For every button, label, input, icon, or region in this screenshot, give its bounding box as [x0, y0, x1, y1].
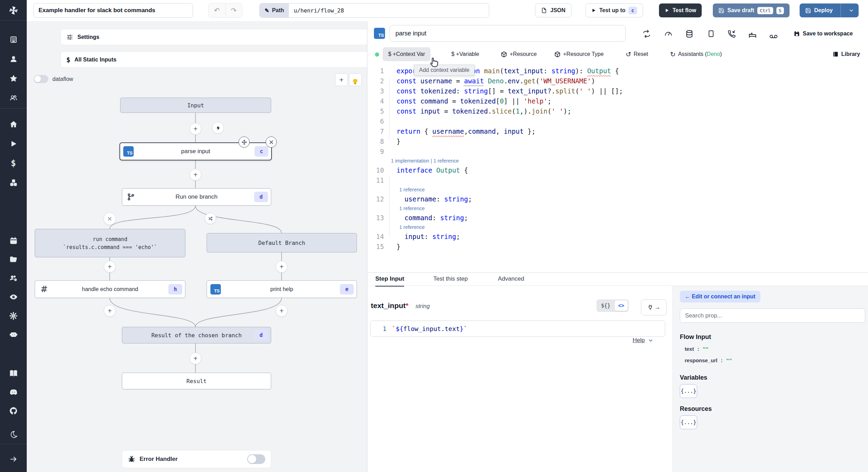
plug-icon: [647, 304, 653, 310]
variables-heading: Variables: [680, 374, 707, 381]
add-step-icon[interactable]: +: [276, 305, 287, 317]
sidebar-item-runs[interactable]: [0, 136, 27, 151]
deploy-dropdown-button[interactable]: [844, 8, 859, 13]
delete-step-icon[interactable]: [266, 136, 277, 148]
flow-title-input[interactable]: Example handler for slack bot commands: [33, 3, 193, 18]
error-handler-row[interactable]: Error Handler: [122, 450, 271, 468]
prop-row-response-url[interactable]: response_url : "": [685, 357, 732, 363]
kafka-icon[interactable]: [748, 31, 757, 39]
remove-branch-icon[interactable]: [103, 213, 116, 225]
error-handler-toggle[interactable]: [247, 454, 265, 464]
redo-button[interactable]: ↷: [226, 3, 242, 17]
field-name: text_input* string: [371, 301, 430, 310]
code-mode-option[interactable]: <>: [615, 300, 628, 311]
http-route-icon[interactable]: [707, 30, 715, 38]
flow-node-run-command-branch[interactable]: run command `results.c.command === 'echo…: [35, 229, 185, 257]
test-up-to-step-badge: c: [628, 7, 637, 14]
sidebar-item-settings[interactable]: [0, 308, 27, 323]
tab-advanced[interactable]: Advanced: [498, 272, 524, 285]
assistants-button[interactable]: ↻ Assistants (Deno): [670, 47, 722, 61]
deploy-button[interactable]: Deploy: [800, 3, 859, 17]
sidebar-item-schedules[interactable]: [0, 233, 27, 248]
sidebar-item-home[interactable]: [0, 117, 27, 132]
typescript-icon: TS: [210, 284, 221, 295]
move-step-icon[interactable]: [239, 136, 250, 148]
flow-node-run-one-branch[interactable]: Run one branch d: [122, 188, 271, 206]
sidebar-item-ai-assistant[interactable]: [0, 327, 27, 342]
add-step-icon[interactable]: +: [190, 353, 201, 364]
add-step-icon[interactable]: +: [104, 261, 116, 273]
library-button[interactable]: Library: [833, 47, 860, 61]
sidebar-item-favorites[interactable]: [0, 71, 27, 86]
add-step-icon[interactable]: +: [276, 261, 287, 273]
gauge-icon[interactable]: [664, 30, 673, 38]
help-link[interactable]: Help: [633, 337, 653, 344]
refresh-icon: ↻: [670, 50, 676, 58]
template-mode-option[interactable]: ${}: [598, 300, 614, 311]
trigger-zap-icon[interactable]: [212, 122, 224, 134]
sidebar-item-github[interactable]: [0, 403, 27, 419]
test-up-to-button[interactable]: Test up to c: [585, 3, 643, 17]
add-context-var-button[interactable]: $ +Context Var: [383, 47, 431, 61]
indent-guide: [389, 78, 390, 140]
json-button[interactable]: JSON: [535, 3, 571, 17]
sidebar-item-user[interactable]: [0, 51, 27, 67]
sidebar-item-workspace[interactable]: [0, 32, 27, 47]
flow-node-parse-input[interactable]: TS parse input c: [119, 142, 272, 160]
code-editor[interactable]: 1export async function main(text_input: …: [367, 66, 853, 252]
sidebar-item-workers[interactable]: [0, 271, 27, 286]
kbd-s: S: [776, 7, 784, 14]
step-name-input[interactable]: parse input: [390, 25, 626, 42]
step-id-badge: d: [254, 330, 268, 340]
sidebar-item-dark-mode[interactable]: [0, 427, 27, 442]
variables-object-chip[interactable]: {...}: [680, 384, 697, 398]
undo-button[interactable]: ↶: [209, 3, 226, 17]
resources-object-chip[interactable]: {...}: [680, 415, 697, 429]
add-step-icon[interactable]: +: [190, 169, 201, 181]
tab-test-this-step[interactable]: Test this step: [433, 272, 468, 285]
required-asterisk: *: [406, 301, 408, 309]
sidebar-item-discord[interactable]: [0, 384, 27, 400]
phone-incoming-icon[interactable]: [727, 30, 736, 38]
tab-step-input[interactable]: Step Input: [375, 272, 404, 287]
add-resource-button[interactable]: +Resource: [501, 47, 537, 61]
connect-input-button[interactable]: →: [641, 299, 667, 315]
sidebar-expand-icon[interactable]: [0, 452, 27, 467]
sidebar-item-resources[interactable]: [0, 175, 27, 190]
windmill-logo-icon[interactable]: [0, 3, 27, 18]
sidebar-item-variables[interactable]: $: [0, 156, 27, 171]
undo-icon: ↺: [626, 50, 631, 58]
top-bar: Example handler for slack bot commands ↶…: [27, 0, 868, 22]
voicemail-icon[interactable]: [769, 32, 778, 41]
save-to-workspace-button[interactable]: Save to workspace: [794, 31, 853, 37]
input-expression-editor[interactable]: 1 `${flow_input.text}`: [370, 321, 665, 337]
flow-node-input[interactable]: Input: [120, 98, 271, 113]
sync-icon[interactable]: [642, 30, 651, 38]
flow-node-default-branch[interactable]: Default Branch: [207, 233, 357, 252]
flow-node-handle-echo-command[interactable]: # handle echo command h: [35, 280, 185, 298]
add-step-icon[interactable]: +: [104, 305, 116, 317]
flow-node-result[interactable]: Result: [122, 373, 271, 389]
chevron-down-icon: [648, 338, 653, 343]
add-variable-button[interactable]: $ +Variable: [451, 47, 479, 61]
test-flow-button[interactable]: Test flow: [659, 3, 702, 17]
step-id-badge: h: [168, 284, 182, 295]
reset-button[interactable]: ↺ Reset: [626, 47, 648, 61]
flow-node-print-help[interactable]: TS print help e: [207, 280, 357, 298]
flow-input-heading: Flow Input: [680, 333, 711, 341]
database-icon[interactable]: [685, 30, 694, 38]
sidebar-item-audit-logs[interactable]: [0, 289, 27, 305]
swap-branches-icon[interactable]: [205, 213, 216, 224]
flow-canvas[interactable]: Settings $ All Static Inputs dataflow + …: [27, 21, 367, 472]
path-field[interactable]: ✎ Path u/henri/flow_28: [259, 3, 489, 18]
add-resource-type-button[interactable]: +Resource Type: [554, 47, 604, 61]
sidebar-item-docs[interactable]: [0, 366, 27, 381]
save-draft-button[interactable]: Save draft Ctrl S: [713, 3, 790, 17]
sidebar-item-folders[interactable]: [0, 252, 27, 267]
sidebar-item-groups[interactable]: [0, 90, 27, 106]
prop-row-text[interactable]: text : "": [685, 346, 709, 352]
search-prop-input[interactable]: Search prop...: [680, 308, 865, 323]
edit-or-connect-button[interactable]: ← Edit or connect an input: [680, 291, 760, 303]
flow-node-branch-result[interactable]: Result of the chosen branch d: [122, 327, 271, 343]
add-step-icon[interactable]: +: [190, 123, 201, 135]
